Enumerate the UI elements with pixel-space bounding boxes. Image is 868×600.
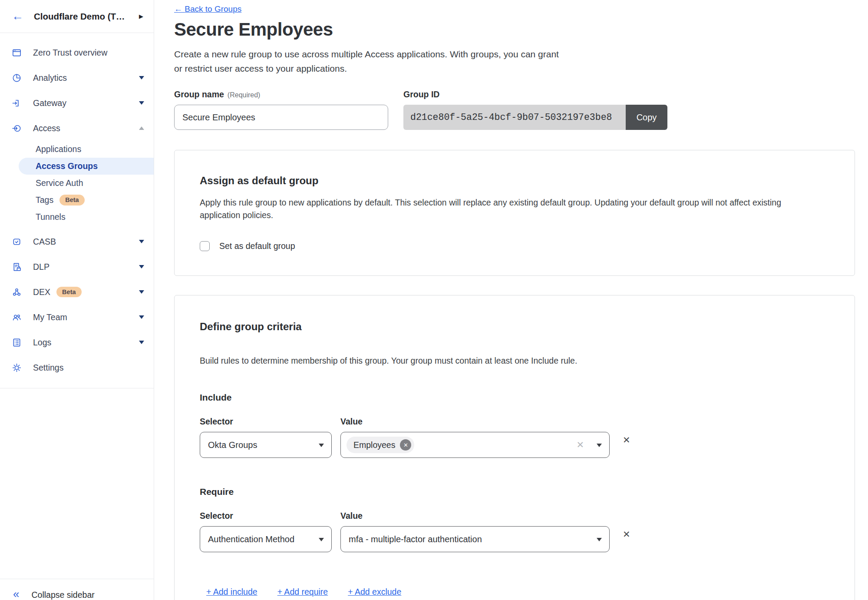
chevron-down-icon — [319, 538, 324, 541]
pie-chart-icon — [12, 73, 22, 83]
sidebar-item-label: CASB — [33, 237, 56, 247]
require-value-dropdown[interactable]: mfa - multiple-factor authentication — [340, 526, 610, 552]
rule-actions-row: + Add include + Add require + Add exclud… — [200, 587, 829, 597]
set-default-group-label: Set as default group — [219, 241, 295, 251]
group-name-input[interactable] — [174, 105, 388, 130]
sidebar-item-dlp[interactable]: DLP — [0, 254, 154, 279]
sidebar-item-label: DEX — [33, 287, 50, 297]
page-description: Create a new rule group to use across mu… — [174, 47, 855, 76]
group-meta-row: Group name(Required) Group ID d21ce80f-5… — [174, 90, 855, 130]
sidebar-item-access-groups[interactable]: Access Groups — [19, 158, 154, 175]
selector-label: Selector — [200, 417, 340, 427]
sidebar: ← Cloudflare Demo (T… ▶ Zero Trust overv… — [0, 0, 154, 600]
require-heading: Require — [200, 487, 829, 497]
assign-default-group-card: Assign as default group Apply this rule … — [174, 150, 855, 276]
require-labels-row: Selector Value — [200, 511, 829, 521]
set-default-group-row: Set as default group — [200, 241, 829, 251]
sidebar-item-label: Analytics — [33, 73, 67, 83]
chevron-down-icon — [597, 444, 602, 447]
remove-include-rule-icon[interactable]: ✕ — [623, 435, 630, 444]
sidebar-item-applications[interactable]: Applications — [0, 141, 154, 158]
window-icon — [12, 48, 22, 58]
sidebar-item-access[interactable]: Access — [0, 116, 154, 141]
chevron-down-icon[interactable] — [139, 265, 144, 269]
include-heading: Include — [200, 392, 829, 403]
chevron-down-icon[interactable] — [139, 290, 144, 294]
sidebar-item-logs[interactable]: Logs — [0, 330, 154, 355]
sidebar-item-dex[interactable]: DEX Beta — [0, 279, 154, 305]
back-to-groups-link[interactable]: ← Back to Groups — [174, 4, 241, 14]
chip-label: Employees — [353, 440, 395, 450]
sidebar-item-casb[interactable]: CASB — [0, 229, 154, 254]
gear-icon — [12, 363, 22, 373]
sidebar-item-settings[interactable]: Settings — [0, 355, 154, 380]
network-icon — [12, 287, 22, 297]
sidebar-item-gateway[interactable]: Gateway — [0, 90, 154, 116]
sidebar-item-label: Logs — [33, 338, 51, 348]
group-id-value: d21ce80f-5a25-4bcf-9b07-5032197e3be8 — [403, 105, 626, 130]
group-id-label: Group ID — [403, 90, 439, 99]
collapse-chevrons-icon: « — [13, 588, 19, 600]
chevron-down-icon[interactable] — [139, 315, 144, 319]
value-chip: Employees ✕ — [347, 437, 414, 453]
casb-icon — [12, 237, 22, 247]
chevron-down-icon[interactable] — [139, 101, 144, 105]
group-name-field-group: Group name(Required) — [174, 90, 388, 130]
sidebar-item-zero-trust-overview[interactable]: Zero Trust overview — [0, 40, 154, 65]
include-value-multiselect[interactable]: Employees ✕ ✕ — [340, 432, 610, 458]
group-id-field-group: Group ID d21ce80f-5a25-4bcf-9b07-5032197… — [403, 90, 667, 130]
account-title[interactable]: Cloudflare Demo (T… — [34, 11, 139, 22]
sidebar-item-label: Access — [33, 123, 60, 133]
set-default-group-checkbox[interactable] — [200, 241, 210, 251]
sidebar-item-service-auth[interactable]: Service Auth — [0, 175, 154, 192]
gateway-icon — [12, 98, 22, 108]
sidebar-item-label: Settings — [33, 363, 63, 373]
access-icon — [12, 123, 22, 133]
copy-button[interactable]: Copy — [626, 105, 667, 130]
card-title: Assign as default group — [200, 175, 829, 187]
sidebar-item-tags[interactable]: Tags Beta — [0, 192, 154, 209]
sidebar-item-my-team[interactable]: My Team — [0, 305, 154, 330]
selector-label: Selector — [200, 511, 340, 521]
include-selector-dropdown[interactable]: Okta Groups — [200, 432, 332, 458]
require-selector-dropdown[interactable]: Authentication Method — [200, 526, 332, 552]
chevron-down-icon[interactable] — [139, 341, 144, 344]
collapse-sidebar-label: Collapse sidebar — [31, 590, 94, 600]
define-group-criteria-card: Define group criteria Build rules to det… — [174, 295, 855, 600]
beta-badge: Beta — [59, 195, 84, 205]
chevron-down-icon[interactable] — [139, 240, 144, 243]
document-lock-icon — [12, 262, 22, 272]
add-exclude-link[interactable]: + Add exclude — [348, 587, 401, 597]
require-rule-row: Authentication Method mfa - multiple-fac… — [200, 526, 829, 552]
sidebar-item-tunnels[interactable]: Tunnels — [0, 209, 154, 225]
add-include-link[interactable]: + Add include — [206, 587, 257, 597]
card-description: Build rules to determine membership of t… — [200, 355, 829, 367]
sidebar-item-analytics[interactable]: Analytics — [0, 65, 154, 90]
group-name-label: Group name — [174, 90, 224, 99]
chevron-right-icon[interactable]: ▶ — [139, 13, 143, 20]
include-labels-row: Selector Value — [200, 417, 829, 427]
list-document-icon — [12, 338, 22, 348]
add-require-link[interactable]: + Add require — [277, 587, 328, 597]
sidebar-header: ← Cloudflare Demo (T… ▶ — [0, 0, 154, 33]
chevron-down-icon — [319, 444, 324, 447]
sidebar-section-divider — [0, 388, 154, 388]
back-arrow-icon: ← — [174, 4, 182, 13]
chevron-down-icon[interactable] — [139, 76, 144, 80]
card-description: Apply this rule group to new application… — [200, 196, 829, 222]
chevron-up-icon[interactable] — [139, 126, 144, 130]
team-icon — [12, 312, 22, 322]
value-label: Value — [340, 417, 363, 427]
required-hint: (Required) — [228, 91, 261, 99]
value-label: Value — [340, 511, 363, 521]
sidebar-item-label: Zero Trust overview — [33, 48, 107, 58]
sidebar-item-label: DLP — [33, 262, 50, 272]
clear-values-icon[interactable]: ✕ — [576, 440, 584, 450]
chip-remove-icon[interactable]: ✕ — [400, 439, 411, 451]
include-rule-row: Okta Groups Employees ✕ ✕ ✕ — [200, 432, 829, 458]
sidebar-item-label: Gateway — [33, 98, 66, 108]
back-arrow-icon[interactable]: ← — [12, 10, 23, 22]
card-title: Define group criteria — [200, 321, 829, 333]
remove-require-rule-icon[interactable]: ✕ — [623, 530, 630, 539]
collapse-sidebar[interactable]: « Collapse sidebar — [0, 579, 154, 600]
